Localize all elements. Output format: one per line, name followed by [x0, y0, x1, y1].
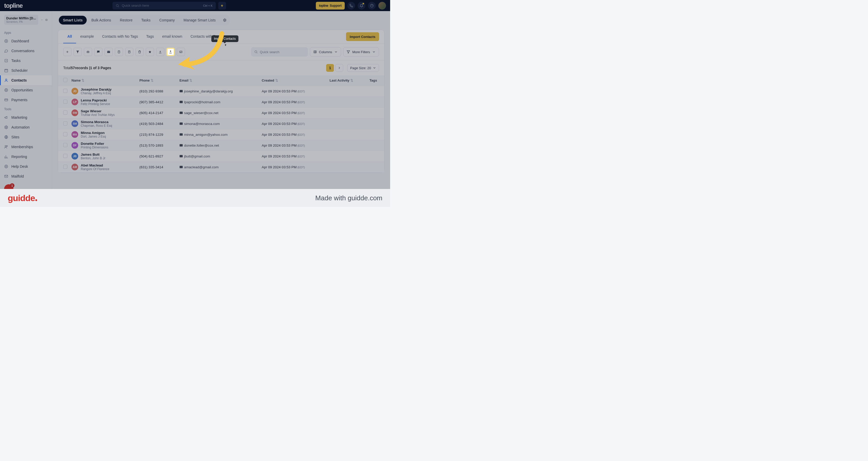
table-row[interactable]: JBJames ButtBenton, John B Jr(504) 621-8… [58, 151, 384, 161]
row-checkbox[interactable] [63, 89, 67, 93]
nav-marketing[interactable]: Marketing [0, 113, 52, 122]
topnav-settings[interactable] [220, 16, 229, 25]
row-checkbox[interactable] [63, 132, 67, 136]
nav-scheduler[interactable]: Scheduler [0, 66, 52, 75]
row-checkbox[interactable] [63, 111, 67, 115]
select-all-checkbox[interactable] [63, 78, 67, 82]
phone-button[interactable] [347, 2, 355, 9]
topnav-company[interactable]: Company [155, 16, 179, 25]
table-row[interactable]: SWSage WieserTruhlar And Truhlar Attys(6… [58, 107, 384, 118]
user-avatar[interactable] [378, 2, 386, 9]
help-button[interactable] [368, 2, 376, 9]
last-activity-cell [328, 151, 367, 161]
svg-point-5 [5, 79, 7, 80]
funnel-icon [346, 50, 350, 54]
global-search[interactable]: Quick search here Ctrl + K [113, 2, 216, 9]
tab-example[interactable]: example [76, 30, 98, 43]
export-button[interactable] [156, 48, 164, 56]
contact-name: Lenna Paprocki [81, 98, 110, 102]
tenant-switcher[interactable]: Dunder Mifflin [D... Scranton, PA [4, 15, 38, 25]
panel-toggle-icon[interactable] [45, 18, 48, 22]
table-row[interactable]: AMAbel MacleadRangoni Of Florence(631) 3… [58, 161, 384, 173]
contact-name: Abel Maclead [81, 163, 110, 167]
topnav-tasks[interactable]: Tasks [137, 16, 155, 25]
add-button[interactable] [63, 48, 71, 56]
svg-rect-8 [5, 99, 8, 101]
quick-actions-button[interactable] [218, 2, 226, 9]
pagination-ribbon: Total 57 records | 1 of 3 Pages 1 Page S… [58, 60, 384, 75]
col-phone[interactable]: Phone⇅ [137, 75, 177, 86]
col-created[interactable]: Created⇅ [259, 75, 328, 86]
columns-button[interactable]: Columns [310, 47, 341, 57]
import-button[interactable] [166, 48, 175, 56]
guidde-footer: guidde Made with guidde.com [0, 189, 390, 207]
nav-helpdesk[interactable]: Help Desk [0, 161, 52, 172]
page-next[interactable] [335, 64, 343, 72]
table-row[interactable]: SMSimona MorascaChapman, Ross E Esq(419)… [58, 118, 384, 129]
nav-dashboard[interactable]: Dashboard [0, 36, 52, 46]
table-row[interactable]: LPLenna PaprockiFeltz Printing Service(9… [58, 96, 384, 107]
sort-icon: ⇅ [275, 79, 278, 82]
topnav-restore[interactable]: Restore [116, 16, 137, 25]
more-filters-button[interactable]: More Filters [343, 47, 379, 57]
record-count: 57 [71, 66, 75, 70]
upload-icon [169, 50, 173, 54]
tab-all[interactable]: All [63, 30, 76, 43]
support-button[interactable]: topline Support [316, 2, 345, 9]
nav-label: Memberships [11, 145, 33, 149]
nav-opportunities[interactable]: Opportunities [0, 85, 52, 95]
topnav-smart-lists[interactable]: Smart Lists [59, 16, 87, 25]
sms-button[interactable] [94, 48, 102, 56]
nav-tasks[interactable]: Tasks [0, 56, 52, 66]
row-checkbox[interactable] [63, 165, 67, 169]
created-cell: Apr 09 2024 03:53 PM(EDT) [259, 86, 328, 96]
notifications-button[interactable] [358, 2, 365, 9]
nav-contacts[interactable]: Contacts [0, 75, 52, 85]
col-tags[interactable]: Tags [367, 75, 384, 86]
table-row[interactable]: MAMinna AmigonDorl, James J Esq(215) 874… [58, 129, 384, 140]
table-row[interactable]: DFDonette FollerPrinting Dimensions(513)… [58, 140, 384, 151]
robot-button[interactable] [84, 48, 92, 56]
topnav-bulk-actions[interactable]: Bulk Actions [87, 16, 115, 25]
add-to-campaign-button[interactable] [115, 48, 123, 56]
table-row[interactable]: JDJosephine DarakjyChanay, Jeffrey A Esq… [58, 86, 384, 96]
row-checkbox[interactable] [63, 143, 67, 147]
svg-point-12 [6, 146, 7, 147]
nav-reporting[interactable]: Reporting [0, 152, 52, 161]
top-nav: Smart Lists Bulk Actions Restore Tasks C… [58, 15, 230, 26]
nav-mailfold[interactable]: Mailfold [0, 172, 52, 181]
nav-automation[interactable]: Automation [0, 122, 52, 132]
import-contacts-button[interactable]: Import Contacts [346, 32, 379, 41]
nav-memberships[interactable]: Memberships [0, 142, 52, 152]
svg-rect-30 [180, 144, 183, 147]
tab-no-tags[interactable]: Contacts with No Tags [98, 30, 142, 43]
topnav-manage-smart-lists[interactable]: Manage Smart Lists [179, 16, 220, 25]
nav-sites[interactable]: Sites [0, 132, 52, 142]
row-checkbox[interactable] [63, 100, 67, 104]
merge-button[interactable] [177, 48, 185, 56]
tab-email-known[interactable]: email known [158, 30, 186, 43]
col-last-activity[interactable]: Last Activity⇅ [328, 75, 367, 86]
funnel-icon [76, 50, 80, 54]
filter-button[interactable] [73, 48, 82, 56]
contact-company: Dorl, James J Esq [81, 135, 106, 139]
created-cell: Apr 09 2024 03:53 PM(EDT) [259, 161, 328, 173]
col-name[interactable]: Name⇅ [69, 75, 137, 86]
page-1[interactable]: 1 [326, 64, 334, 72]
svg-point-6 [5, 89, 8, 92]
avatar: SW [71, 110, 78, 116]
sort-icon: ⇅ [189, 79, 192, 82]
col-email[interactable]: Email⇅ [178, 75, 260, 86]
delete-button[interactable] [135, 48, 144, 56]
email-button[interactable] [104, 48, 113, 56]
star-button[interactable] [146, 48, 154, 56]
chevron-down-icon[interactable] [41, 18, 43, 22]
row-checkbox[interactable] [63, 121, 67, 125]
nav-payments[interactable]: Payments [0, 95, 52, 105]
quick-search[interactable]: Quick search [251, 47, 308, 57]
nav-conversations[interactable]: Conversations [0, 46, 52, 56]
page-size-select[interactable]: Page Size: 20 [347, 64, 379, 72]
tab-tags[interactable]: Tags [142, 30, 158, 43]
row-checkbox[interactable] [63, 154, 67, 158]
add-to-pipeline-button[interactable] [125, 48, 133, 56]
